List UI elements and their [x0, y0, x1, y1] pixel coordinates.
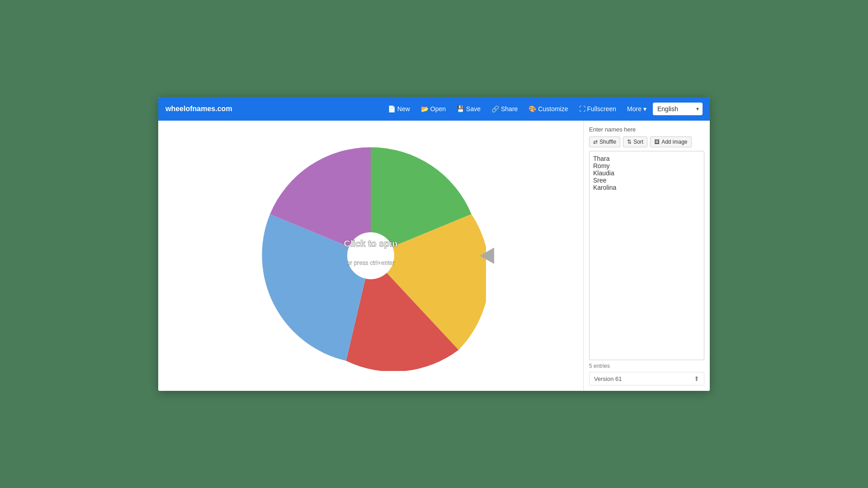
open-icon: 📂: [421, 105, 429, 113]
click-to-spin-text: Click to spin: [344, 239, 398, 249]
wheel-svg[interactable]: Sree Klaudia Romy Thara Karolina Click t: [255, 141, 486, 371]
fullscreen-icon: ⛶: [579, 105, 585, 113]
more-button[interactable]: More ▾: [623, 103, 651, 115]
version-up-icon[interactable]: ⬆: [694, 375, 699, 382]
share-icon: 🔗: [491, 105, 499, 113]
more-chevron-icon: ▾: [643, 105, 646, 113]
wheel-container[interactable]: Sree Klaudia Romy Thara Karolina Click t: [255, 141, 486, 371]
shuffle-icon: ⇄: [593, 139, 598, 145]
main-content: Sree Klaudia Romy Thara Karolina Click t: [158, 121, 710, 391]
save-icon: 💾: [457, 105, 464, 113]
language-selector[interactable]: English ▾: [653, 103, 703, 115]
open-button[interactable]: 📂 Open: [416, 103, 450, 115]
browser-window: wheelofnames.com 📄 New 📂 Open 💾 Save 🔗 S…: [158, 97, 710, 391]
new-icon: 📄: [388, 105, 396, 113]
customize-button[interactable]: 🎨 Customize: [524, 103, 572, 115]
names-textarea[interactable]: Thara Romy Klaudia Sree Karolina: [589, 151, 704, 360]
customize-icon: 🎨: [528, 105, 536, 113]
right-panel: Enter names here ⇄ Shuffle ⇅ Sort 🖼 Add …: [583, 121, 710, 391]
fullscreen-button[interactable]: ⛶ Fullscreen: [575, 103, 621, 115]
entries-count: 5 entries: [589, 363, 704, 369]
shuffle-button[interactable]: ⇄ Shuffle: [589, 136, 620, 147]
sort-button[interactable]: ⇅ Sort: [623, 136, 647, 147]
panel-title: Enter names here: [589, 126, 704, 133]
ctrl-enter-text: or press ctrl+enter: [347, 259, 395, 266]
image-icon: 🖼: [654, 139, 660, 145]
add-image-button[interactable]: 🖼 Add image: [650, 136, 691, 147]
language-select[interactable]: English: [653, 103, 703, 115]
save-button[interactable]: 💾 Save: [452, 103, 485, 115]
navbar: wheelofnames.com 📄 New 📂 Open 💾 Save 🔗 S…: [158, 97, 710, 121]
site-title: wheelofnames.com: [165, 105, 232, 113]
panel-actions: ⇄ Shuffle ⇅ Sort 🖼 Add image: [589, 136, 704, 147]
sort-icon: ⇅: [627, 139, 632, 145]
wheel-pointer: [480, 248, 494, 264]
wheel-area: Sree Klaudia Romy Thara Karolina Click t: [158, 121, 583, 391]
share-button[interactable]: 🔗 Share: [487, 103, 522, 115]
version-label: Version 61: [594, 375, 622, 382]
new-button[interactable]: 📄 New: [383, 103, 415, 115]
version-bar: Version 61 ⬆: [589, 372, 704, 385]
